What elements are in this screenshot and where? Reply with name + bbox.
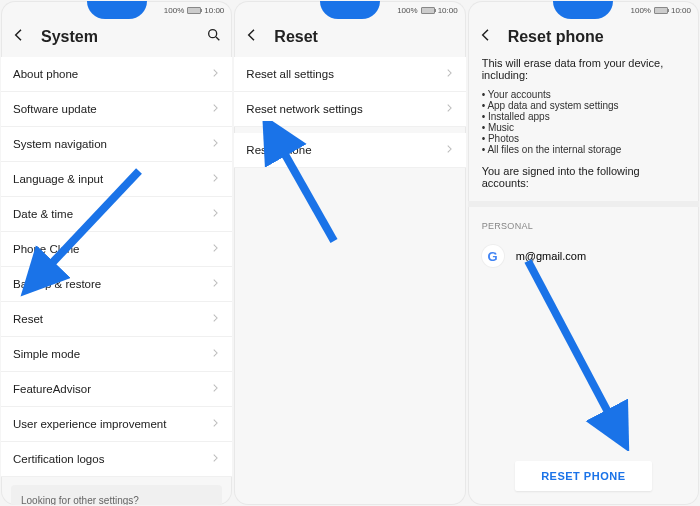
notch <box>320 1 380 19</box>
bullet-item: Your accounts <box>482 89 685 100</box>
phone-screen-reset-phone: 100% 10:00 Reset phone This will erase d… <box>468 1 699 505</box>
bullet-item: Photos <box>482 133 685 144</box>
chevron-right-icon <box>210 103 220 115</box>
row-label: Simple mode <box>13 348 210 360</box>
page-title: Reset phone <box>508 28 689 46</box>
hint-box: Looking for other settings?Accessibility… <box>11 485 222 505</box>
chevron-right-icon <box>210 418 220 430</box>
clock: 10:00 <box>204 6 224 15</box>
settings-row[interactable]: Reset all settings <box>234 57 465 92</box>
battery-icon <box>187 7 201 14</box>
reset-phone-button[interactable]: RESET PHONE <box>515 461 651 491</box>
clock: 10:00 <box>671 6 691 15</box>
bullet-item: Installed apps <box>482 111 685 122</box>
battery-percent: 100% <box>630 6 650 15</box>
chevron-right-icon <box>210 208 220 220</box>
annotation-arrow <box>508 251 668 451</box>
row-label: System navigation <box>13 138 210 150</box>
row-label: FeatureAdvisor <box>13 383 210 395</box>
row-label: Reset <box>13 313 210 325</box>
settings-row[interactable]: Software update <box>1 92 232 127</box>
chevron-right-icon <box>210 243 220 255</box>
google-logo-icon: G <box>482 245 504 267</box>
settings-row[interactable]: User experience improvement <box>1 407 232 442</box>
chevron-right-icon <box>210 348 220 360</box>
back-icon[interactable] <box>11 27 27 47</box>
erase-list: Your accountsApp data and system setting… <box>482 89 685 155</box>
row-label: Date & time <box>13 208 210 220</box>
settings-row[interactable]: Date & time <box>1 197 232 232</box>
battery-percent: 100% <box>397 6 417 15</box>
bullet-item: Music <box>482 122 685 133</box>
row-label: Reset phone <box>246 144 443 156</box>
chevron-right-icon <box>210 138 220 150</box>
settings-row[interactable]: Certification logos <box>1 442 232 477</box>
row-label: User experience improvement <box>13 418 210 430</box>
phone-screen-system: 100% 10:00 System About phoneSoftware up… <box>1 1 232 505</box>
row-label: Reset all settings <box>246 68 443 80</box>
bullet-item: All files on the internal storage <box>482 144 685 155</box>
row-label: Software update <box>13 103 210 115</box>
svg-point-0 <box>209 30 217 38</box>
settings-row[interactable]: FeatureAdvisor <box>1 372 232 407</box>
settings-row[interactable]: Backup & restore <box>1 267 232 302</box>
section-label: PERSONAL <box>468 211 699 237</box>
settings-list: About phoneSoftware updateSystem navigat… <box>1 57 232 505</box>
hint-text: Looking for other settings? <box>21 495 212 505</box>
settings-row[interactable]: Reset phone <box>234 133 465 168</box>
back-icon[interactable] <box>478 27 494 47</box>
settings-row[interactable]: About phone <box>1 57 232 92</box>
chevron-right-icon <box>210 278 220 290</box>
settings-row[interactable]: Simple mode <box>1 337 232 372</box>
back-icon[interactable] <box>244 27 260 47</box>
row-label: Phone Clone <box>13 243 210 255</box>
chevron-right-icon <box>444 68 454 80</box>
settings-row[interactable]: Reset <box>1 302 232 337</box>
page-title: Reset <box>274 28 455 46</box>
intro-text: This will erase data from your device, i… <box>482 57 685 81</box>
settings-row[interactable]: Language & input <box>1 162 232 197</box>
header: System <box>1 19 232 57</box>
notch <box>553 1 613 19</box>
header: Reset <box>234 19 465 57</box>
settings-row[interactable]: Reset network settings <box>234 92 465 127</box>
divider <box>468 201 699 207</box>
chevron-right-icon <box>210 313 220 325</box>
chevron-right-icon <box>210 383 220 395</box>
account-email: m@gmail.com <box>516 250 586 262</box>
signed-into-text: You are signed into the following accoun… <box>482 165 685 189</box>
row-label: About phone <box>13 68 210 80</box>
notch <box>87 1 147 19</box>
chevron-right-icon <box>210 173 220 185</box>
chevron-right-icon <box>210 453 220 465</box>
search-icon[interactable] <box>206 27 222 47</box>
row-label: Certification logos <box>13 453 210 465</box>
row-label: Backup & restore <box>13 278 210 290</box>
header: Reset phone <box>468 19 699 57</box>
settings-list: Reset all settingsReset network settings… <box>234 57 465 505</box>
content: This will erase data from your device, i… <box>468 57 699 197</box>
page-title: System <box>41 28 192 46</box>
battery-percent: 100% <box>164 6 184 15</box>
svg-line-3 <box>528 261 618 431</box>
settings-row[interactable]: System navigation <box>1 127 232 162</box>
phone-screen-reset: 100% 10:00 Reset Reset all settingsReset… <box>234 1 465 505</box>
row-label: Reset network settings <box>246 103 443 115</box>
chevron-right-icon <box>210 68 220 80</box>
battery-icon <box>654 7 668 14</box>
clock: 10:00 <box>438 6 458 15</box>
bullet-item: App data and system settings <box>482 100 685 111</box>
chevron-right-icon <box>444 144 454 156</box>
battery-icon <box>421 7 435 14</box>
account-row[interactable]: G m@gmail.com <box>468 237 699 275</box>
row-label: Language & input <box>13 173 210 185</box>
chevron-right-icon <box>444 103 454 115</box>
settings-row[interactable]: Phone Clone <box>1 232 232 267</box>
